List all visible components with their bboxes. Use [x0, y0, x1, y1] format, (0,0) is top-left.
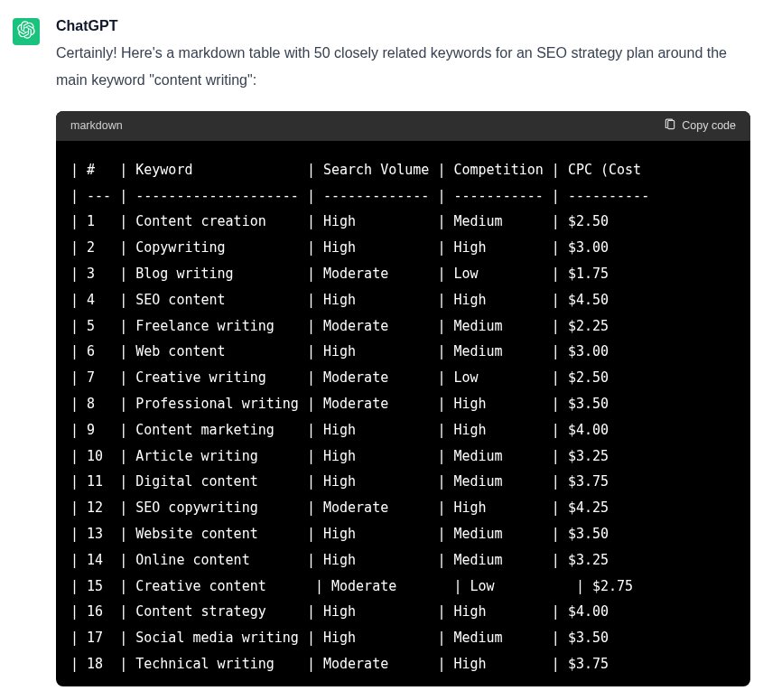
message-body: Certainly! Here's a markdown table with … — [56, 40, 750, 95]
code-header: markdown Copy code — [56, 111, 750, 141]
assistant-message: ChatGPT Certainly! Here's a markdown tab… — [0, 0, 763, 686]
clipboard-icon — [664, 118, 676, 134]
copy-code-button[interactable]: Copy code — [664, 118, 736, 134]
message-content: ChatGPT Certainly! Here's a markdown tab… — [56, 18, 750, 686]
code-block: markdown Copy code | # | Keyword | Searc… — [56, 111, 750, 686]
svg-rect-0 — [668, 120, 675, 128]
author-name: ChatGPT — [56, 18, 750, 34]
code-content[interactable]: | # | Keyword | Search Volume | Competit… — [56, 141, 750, 686]
copy-code-label: Copy code — [682, 119, 736, 132]
openai-logo-icon — [17, 21, 35, 42]
assistant-avatar — [13, 18, 40, 45]
code-language-label: markdown — [70, 119, 123, 132]
